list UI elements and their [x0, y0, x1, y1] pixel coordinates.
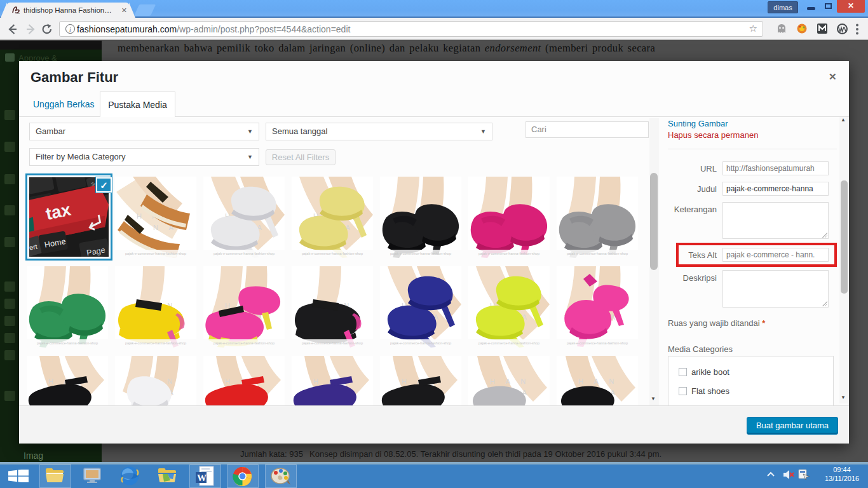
svg-text:W: W [197, 473, 207, 483]
